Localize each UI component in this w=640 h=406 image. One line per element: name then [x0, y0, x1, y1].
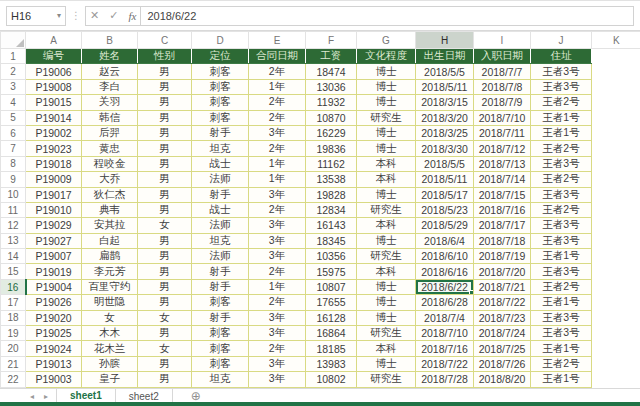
cell-J10[interactable]: 王者3号 — [531, 187, 592, 202]
cell-F15[interactable]: 15975 — [306, 264, 357, 279]
name-box-dropdown-icon[interactable]: ▾ — [57, 11, 61, 20]
insert-function-icon[interactable]: fx — [128, 10, 136, 22]
cell-E2[interactable]: 2年 — [249, 64, 306, 79]
cell-B16[interactable]: 百里守约 — [82, 279, 138, 294]
cell-B11[interactable]: 典韦 — [82, 202, 138, 217]
cell-K13[interactable] — [592, 233, 640, 248]
cell-F16[interactable]: 10807 — [306, 279, 357, 294]
cell-I6[interactable]: 2018/7/11 — [474, 125, 531, 140]
cell-D20[interactable]: 刺客 — [192, 341, 249, 356]
cell-A4[interactable]: P19015 — [26, 95, 82, 110]
cell-B19[interactable]: 木木 — [82, 326, 138, 341]
row-header-4[interactable]: 4 — [1, 95, 26, 110]
column-header-E[interactable]: E — [249, 32, 306, 49]
cell-D16[interactable]: 射手 — [192, 279, 249, 294]
cell-B13[interactable]: 白起 — [82, 233, 138, 248]
row-header-1[interactable]: 1 — [1, 49, 26, 64]
cell-J21[interactable]: 王者2号 — [531, 356, 592, 371]
column-header-I[interactable]: I — [474, 32, 531, 49]
cell-B10[interactable]: 狄仁杰 — [82, 187, 138, 202]
cell-H13[interactable]: 2018/6/4 — [416, 233, 474, 248]
cell-B8[interactable]: 程咬金 — [82, 156, 138, 171]
column-header-A[interactable]: A — [26, 32, 82, 49]
cell-B22[interactable]: 皇子 — [82, 372, 138, 387]
cell-C10[interactable]: 男 — [138, 187, 192, 202]
cell-E22[interactable]: 3年 — [249, 372, 306, 387]
cancel-icon[interactable]: ✕ — [90, 9, 99, 22]
cell-D22[interactable]: 坦克 — [192, 372, 249, 387]
cell-E20[interactable]: 2年 — [249, 341, 306, 356]
cell-C7[interactable]: 男 — [138, 141, 192, 156]
cell-B21[interactable]: 孙膑 — [82, 356, 138, 371]
cell-G12[interactable]: 本科 — [357, 218, 416, 233]
cell-H1[interactable]: 出生日期 — [416, 49, 474, 64]
column-header-C[interactable]: C — [138, 32, 192, 49]
cell-F5[interactable]: 10870 — [306, 110, 357, 125]
cell-G2[interactable]: 博士 — [357, 64, 416, 79]
cell-G21[interactable]: 博士 — [357, 356, 416, 371]
cell-A5[interactable]: P19014 — [26, 110, 82, 125]
cell-D4[interactable]: 刺客 — [192, 95, 249, 110]
cell-J18[interactable]: 王者3号 — [531, 310, 592, 325]
cell-A17[interactable]: P19026 — [26, 295, 82, 310]
cell-B12[interactable]: 安其拉 — [82, 218, 138, 233]
cell-J14[interactable]: 王者1号 — [531, 249, 592, 264]
name-box[interactable]: H16 ▾ — [6, 6, 66, 26]
cell-I14[interactable]: 2018/7/19 — [474, 249, 531, 264]
cell-K7[interactable] — [592, 141, 640, 156]
cell-H21[interactable]: 2018/7/22 — [416, 356, 474, 371]
cell-K9[interactable] — [592, 172, 640, 187]
cell-B5[interactable]: 韩信 — [82, 110, 138, 125]
cell-A16[interactable]: P19004 — [26, 279, 82, 294]
cell-B6[interactable]: 后羿 — [82, 125, 138, 140]
cell-F19[interactable]: 16864 — [306, 326, 357, 341]
column-header-B[interactable]: B — [82, 32, 138, 49]
cell-K22[interactable] — [592, 372, 640, 387]
cell-F22[interactable]: 10802 — [306, 372, 357, 387]
cell-D11[interactable]: 战士 — [192, 202, 249, 217]
cell-I4[interactable]: 2018/7/9 — [474, 95, 531, 110]
cell-D19[interactable]: 刺客 — [192, 326, 249, 341]
cell-C18[interactable]: 女 — [138, 310, 192, 325]
cell-D13[interactable]: 坦克 — [192, 233, 249, 248]
cell-G17[interactable]: 博士 — [357, 295, 416, 310]
cell-E14[interactable]: 3年 — [249, 249, 306, 264]
cell-J16[interactable]: 王者2号 — [531, 279, 592, 294]
cell-G13[interactable]: 博士 — [357, 233, 416, 248]
cell-I7[interactable]: 2018/7/12 — [474, 141, 531, 156]
cell-H5[interactable]: 2018/3/20 — [416, 110, 474, 125]
cell-E19[interactable]: 3年 — [249, 326, 306, 341]
cell-F18[interactable]: 16128 — [306, 310, 357, 325]
cell-H8[interactable]: 2018/5/5 — [416, 156, 474, 171]
cell-I2[interactable]: 2018/7/7 — [474, 64, 531, 79]
cell-E10[interactable]: 3年 — [249, 187, 306, 202]
cell-J15[interactable]: 王者3号 — [531, 264, 592, 279]
cell-J13[interactable]: 王者3号 — [531, 233, 592, 248]
cell-D21[interactable]: 刺客 — [192, 356, 249, 371]
cell-I21[interactable]: 2018/7/26 — [474, 356, 531, 371]
cell-J7[interactable]: 王者2号 — [531, 141, 592, 156]
cell-K11[interactable] — [592, 202, 640, 217]
cell-A2[interactable]: P19006 — [26, 64, 82, 79]
cell-K5[interactable] — [592, 110, 640, 125]
row-header-18[interactable]: 18 — [1, 310, 26, 325]
cell-E4[interactable]: 2年 — [249, 95, 306, 110]
cell-E7[interactable]: 2年 — [249, 141, 306, 156]
cell-K17[interactable] — [592, 295, 640, 310]
cell-K21[interactable] — [592, 356, 640, 371]
cell-F17[interactable]: 17655 — [306, 295, 357, 310]
row-header-11[interactable]: 11 — [1, 202, 26, 217]
cell-B7[interactable]: 黄忠 — [82, 141, 138, 156]
cell-I15[interactable]: 2018/7/20 — [474, 264, 531, 279]
column-header-F[interactable]: F — [306, 32, 357, 49]
cell-D9[interactable]: 法师 — [192, 172, 249, 187]
row-header-5[interactable]: 5 — [1, 110, 26, 125]
cell-G19[interactable]: 研究生 — [357, 326, 416, 341]
cell-I3[interactable]: 2018/7/8 — [474, 79, 531, 94]
row-header-2[interactable]: 2 — [1, 64, 26, 79]
cell-E1[interactable]: 合同日期 — [249, 49, 306, 64]
cell-G5[interactable]: 研究生 — [357, 110, 416, 125]
cell-H2[interactable]: 2018/5/5 — [416, 64, 474, 79]
cell-D6[interactable]: 射手 — [192, 125, 249, 140]
cell-D2[interactable]: 刺客 — [192, 64, 249, 79]
